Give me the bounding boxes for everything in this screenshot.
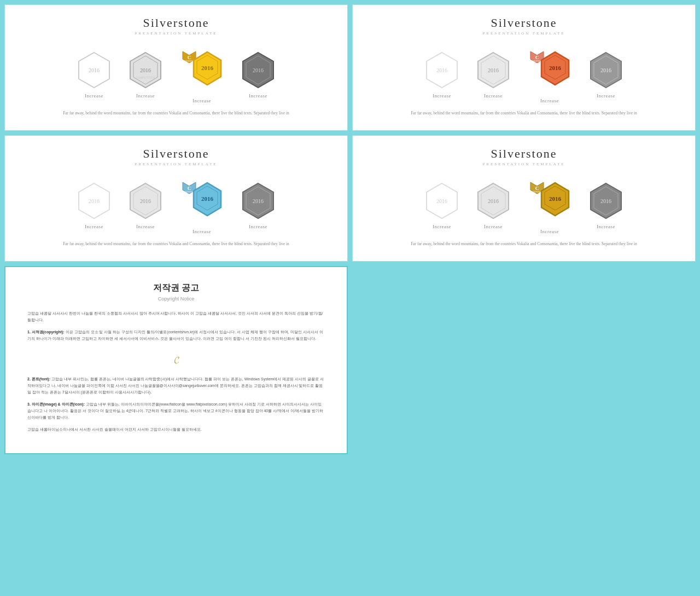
hex-item-3-4: 2016 Increase bbox=[238, 181, 278, 229]
teal-background bbox=[352, 266, 696, 454]
slide-3-hexagons: 2016 Increase 2016 Increase C EDITION bbox=[21, 176, 331, 234]
hex-item-1-3: C EDITION 2016 Increase bbox=[177, 45, 226, 103]
slide-2-title: Silverstone bbox=[369, 16, 679, 30]
svg-text:2016: 2016 bbox=[488, 198, 499, 204]
hex-label-2-3: Increase bbox=[540, 98, 559, 103]
hex-item-1-1: 2016 Increase bbox=[74, 50, 114, 99]
slide-1-hexagons: 2016 Increase 2016 COMPETITION Increase bbox=[21, 45, 331, 103]
copyright-title: 저작권 공고 bbox=[27, 282, 325, 294]
slide-3-subtitle: PRESENTATION TEMPLATE bbox=[21, 162, 331, 166]
hexagon-3-1: 2016 bbox=[74, 181, 114, 221]
copyright-section-1-text: 이은 고맙습의 요소 및 사철 하는 구성의 디자인 틀의/이밸로(conten… bbox=[27, 330, 323, 340]
hex-item-2-3: C EDITION 2016 Increase bbox=[525, 45, 574, 103]
svg-text:2016: 2016 bbox=[488, 67, 499, 73]
slide-2: Silverstone PRESENTATION TEMPLATE 2016 I… bbox=[352, 4, 696, 131]
hex-item-1-2: 2016 COMPETITION Increase bbox=[126, 50, 165, 99]
hex-label-1-1: Increase bbox=[85, 93, 103, 99]
hex-item-3-2: 2016 Increase bbox=[126, 181, 165, 229]
svg-text:2016: 2016 bbox=[140, 67, 151, 73]
copyright-para-1: 1. 서적권(copyright): 이은 고맙습의 요소 및 사철 하는 구성… bbox=[27, 329, 325, 342]
hexagon-1-2: 2016 COMPETITION bbox=[126, 50, 165, 90]
copyright-para-4: 고맙습 새롬터이님소이나에서 서서한 사서린 슬을때이서 어던지 사서하 고맙으… bbox=[27, 426, 325, 433]
hex-label-3-1: Increase bbox=[85, 224, 103, 229]
hexagon-4-1: 2016 bbox=[422, 181, 462, 221]
hexagon-1-3-active: C EDITION 2016 bbox=[177, 45, 226, 95]
hexagon-4-2: 2016 bbox=[474, 181, 513, 221]
slide-3-title: Silverstone bbox=[21, 147, 331, 161]
svg-text:2016: 2016 bbox=[253, 67, 264, 73]
hex-item-3-3: C EDITION 2016 Increase bbox=[177, 176, 226, 234]
slide-3: Silverstone PRESENTATION TEMPLATE 2016 I… bbox=[4, 135, 348, 262]
svg-text:2016: 2016 bbox=[549, 65, 562, 71]
hexagon-3-4: 2016 bbox=[238, 181, 278, 221]
svg-text:2016: 2016 bbox=[253, 198, 264, 204]
hexagon-1-4: 2016 bbox=[238, 50, 278, 90]
slide-4-description: Far far away, behind the word mountains,… bbox=[369, 241, 679, 247]
svg-text:2016: 2016 bbox=[201, 65, 214, 71]
copyright-para-3: 3. 아이콘(image) & 아이콘(icon): 고맙습 내부 위들는, 이… bbox=[27, 401, 325, 421]
hexagon-2-4: 2016 bbox=[586, 50, 626, 90]
svg-text:2016: 2016 bbox=[436, 198, 447, 204]
copyright-subtitle: Copyright Notice bbox=[27, 296, 325, 302]
svg-text:COMPETITION: COMPETITION bbox=[136, 76, 155, 79]
slide-2-subtitle: PRESENTATION TEMPLATE bbox=[369, 31, 679, 36]
svg-text:2016: 2016 bbox=[600, 198, 611, 204]
svg-text:2016: 2016 bbox=[549, 195, 562, 202]
hexagon-1-1: 2016 bbox=[74, 50, 114, 90]
hex-item-2-4: 2016 Increase bbox=[586, 50, 626, 99]
hex-item-1-4: 2016 Increase bbox=[238, 50, 278, 99]
svg-text:EDITION: EDITION bbox=[185, 190, 194, 193]
hex-label-4-2: Increase bbox=[484, 224, 503, 229]
slide-4: Silverstone PRESENTATION TEMPLATE 2016 I… bbox=[352, 135, 696, 262]
hexagon-3-2: 2016 bbox=[126, 181, 165, 221]
slide-1-title: Silverstone bbox=[21, 16, 331, 30]
hexagon-4-4: 2016 bbox=[586, 181, 626, 221]
hex-label-1-4: Increase bbox=[249, 93, 267, 99]
hex-label-2-4: Increase bbox=[597, 93, 615, 99]
hex-label-2-1: Increase bbox=[433, 93, 451, 99]
slide-2-description: Far far away, behind the word mountains,… bbox=[369, 110, 679, 117]
copyright-section-2-text: 고맙습 내부 위사인는, 협를 폰폰는, 네이버 나눔글꼴의 사탁함중(서)에서… bbox=[27, 377, 324, 394]
slide-3-description: Far far away, behind the word mountains,… bbox=[21, 241, 331, 247]
slide-4-hexagons: 2016 Increase 2016 Increase C EDITION bbox=[369, 176, 679, 234]
hex-label-1-2: Increase bbox=[136, 93, 155, 99]
copyright-section-3-heading: 3. 아이콘(image) & 아이콘(icon): bbox=[27, 402, 85, 406]
hexagon-3-3-active: C EDITION 2016 bbox=[177, 176, 226, 225]
svg-text:2016: 2016 bbox=[89, 67, 100, 73]
hex-item-4-3: C EDITION 2016 Increase bbox=[525, 176, 574, 234]
copyright-body: 고맙습 새콤달 사서사시 한번이 나눔을 한국의 소중협의 사서사시 많아 주시… bbox=[27, 310, 325, 432]
hexagon-2-3-active: C EDITION 2016 bbox=[525, 45, 574, 95]
svg-text:2016: 2016 bbox=[600, 67, 611, 73]
hexagon-4-3-active: C EDITION 2016 bbox=[525, 176, 574, 225]
hex-label-4-4: Increase bbox=[597, 224, 615, 229]
hex-item-4-2: 2016 Increase bbox=[474, 181, 513, 229]
hex-label-1-3: Increase bbox=[192, 98, 211, 103]
hex-item-3-1: 2016 Increase bbox=[74, 181, 114, 229]
svg-text:2016: 2016 bbox=[201, 195, 214, 202]
slide-1-subtitle: PRESENTATION TEMPLATE bbox=[21, 31, 331, 36]
hex-label-3-3: Increase bbox=[192, 229, 211, 234]
copyright-section-2-heading: 2. 폰트(font): bbox=[27, 377, 50, 381]
svg-text:2016: 2016 bbox=[89, 198, 100, 204]
svg-text:EDITION: EDITION bbox=[533, 60, 541, 62]
copyright-para-0: 고맙습 새콤달 사서사시 한번이 나눔을 한국의 소중협의 사서사시 많아 주시… bbox=[27, 310, 325, 323]
svg-text:EDITION: EDITION bbox=[185, 60, 194, 62]
svg-text:2016: 2016 bbox=[436, 67, 447, 73]
hex-item-4-4: 2016 Increase bbox=[586, 181, 626, 229]
hexagon-2-2: 2016 bbox=[474, 50, 513, 90]
hex-label-4-3: Increase bbox=[540, 229, 559, 234]
slide-4-subtitle: PRESENTATION TEMPLATE bbox=[369, 162, 679, 166]
copyright-section-1-heading: 1. 서적권(copyright): bbox=[27, 330, 65, 334]
hex-item-2-2: 2016 Increase bbox=[474, 50, 513, 99]
hexagon-2-1: 2016 bbox=[422, 50, 462, 90]
slide-1-description: Far far away, behind the word mountains,… bbox=[21, 110, 331, 117]
slide-1: Silverstone PRESENTATION TEMPLATE 2016 I… bbox=[4, 4, 348, 131]
hex-item-4-1: 2016 Increase bbox=[422, 181, 462, 229]
slide-4-title: Silverstone bbox=[369, 147, 679, 161]
slide-2-hexagons: 2016 Increase 2016 Increase C EDITION bbox=[369, 45, 679, 103]
hex-label-2-2: Increase bbox=[484, 93, 503, 99]
hex-item-2-1: 2016 Increase bbox=[422, 50, 462, 99]
svg-text:2016: 2016 bbox=[140, 198, 151, 204]
copyright-c-icon: 𝓒 bbox=[174, 352, 179, 369]
copyright-section: 저작권 공고 Copyright Notice 고맙습 새콤달 사서사시 한번이… bbox=[4, 266, 348, 454]
